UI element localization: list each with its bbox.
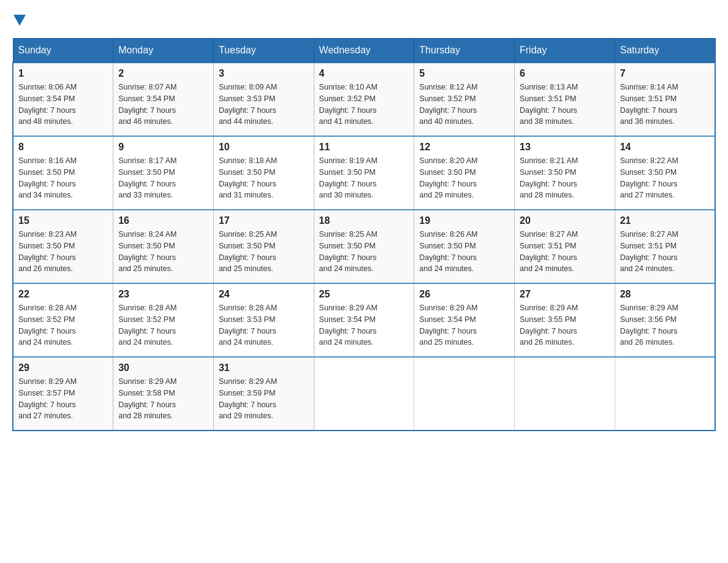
- day-number: 21: [620, 215, 710, 226]
- table-row: 5 Sunrise: 8:12 AM Sunset: 3:52 PM Dayli…: [414, 63, 515, 136]
- week-row-5: 29 Sunrise: 8:29 AM Sunset: 3:57 PM Dayl…: [13, 357, 715, 431]
- header-saturday: Saturday: [615, 39, 715, 63]
- table-row: 30 Sunrise: 8:29 AM Sunset: 3:58 PM Dayl…: [113, 357, 214, 431]
- day-info: Sunrise: 8:16 AM Sunset: 3:50 PM Dayligh…: [18, 155, 108, 201]
- day-number: 27: [520, 289, 610, 300]
- table-row: 19 Sunrise: 8:26 AM Sunset: 3:50 PM Dayl…: [414, 210, 515, 283]
- day-number: 28: [620, 289, 710, 300]
- day-info: Sunrise: 8:24 AM Sunset: 3:50 PM Dayligh…: [118, 229, 208, 275]
- day-number: 12: [419, 142, 509, 153]
- day-number: 3: [219, 68, 309, 79]
- day-number: 18: [319, 215, 409, 226]
- day-info: Sunrise: 8:29 AM Sunset: 3:56 PM Dayligh…: [620, 302, 710, 348]
- table-row: 2 Sunrise: 8:07 AM Sunset: 3:54 PM Dayli…: [113, 63, 214, 136]
- day-number: 16: [118, 215, 208, 226]
- day-info: Sunrise: 8:22 AM Sunset: 3:50 PM Dayligh…: [620, 155, 710, 201]
- day-info: Sunrise: 8:28 AM Sunset: 3:52 PM Dayligh…: [118, 302, 208, 348]
- table-row: 9 Sunrise: 8:17 AM Sunset: 3:50 PM Dayli…: [113, 136, 214, 210]
- table-row: 3 Sunrise: 8:09 AM Sunset: 3:53 PM Dayli…: [213, 63, 314, 136]
- table-row: 14 Sunrise: 8:22 AM Sunset: 3:50 PM Dayl…: [615, 136, 715, 210]
- table-row: 4 Sunrise: 8:10 AM Sunset: 3:52 PM Dayli…: [314, 63, 414, 136]
- header-sunday: Sunday: [13, 39, 113, 63]
- header-thursday: Thursday: [414, 39, 515, 63]
- table-row: 13 Sunrise: 8:21 AM Sunset: 3:50 PM Dayl…: [515, 136, 615, 210]
- week-row-1: 1 Sunrise: 8:06 AM Sunset: 3:54 PM Dayli…: [13, 63, 715, 136]
- day-info: Sunrise: 8:17 AM Sunset: 3:50 PM Dayligh…: [118, 155, 208, 201]
- day-number: 26: [419, 289, 509, 300]
- table-row: 12 Sunrise: 8:20 AM Sunset: 3:50 PM Dayl…: [414, 136, 515, 210]
- table-row: 8 Sunrise: 8:16 AM Sunset: 3:50 PM Dayli…: [13, 136, 113, 210]
- day-info: Sunrise: 8:06 AM Sunset: 3:54 PM Dayligh…: [18, 82, 108, 128]
- table-row: 18 Sunrise: 8:25 AM Sunset: 3:50 PM Dayl…: [314, 210, 414, 283]
- day-number: 13: [520, 142, 610, 153]
- table-row: 15 Sunrise: 8:23 AM Sunset: 3:50 PM Dayl…: [13, 210, 113, 283]
- header-wednesday: Wednesday: [314, 39, 414, 63]
- table-row: 29 Sunrise: 8:29 AM Sunset: 3:57 PM Dayl…: [13, 357, 113, 431]
- day-info: Sunrise: 8:29 AM Sunset: 3:55 PM Dayligh…: [520, 302, 610, 348]
- day-number: 23: [118, 289, 208, 300]
- day-info: Sunrise: 8:25 AM Sunset: 3:50 PM Dayligh…: [219, 229, 309, 275]
- day-number: 5: [419, 68, 509, 79]
- day-info: Sunrise: 8:21 AM Sunset: 3:50 PM Dayligh…: [520, 155, 610, 201]
- day-number: 25: [319, 289, 409, 300]
- day-info: Sunrise: 8:20 AM Sunset: 3:50 PM Dayligh…: [419, 155, 509, 201]
- table-row: [515, 357, 615, 431]
- day-info: Sunrise: 8:29 AM Sunset: 3:54 PM Dayligh…: [319, 302, 409, 348]
- table-row: 22 Sunrise: 8:28 AM Sunset: 3:52 PM Dayl…: [13, 283, 113, 357]
- day-number: 20: [520, 215, 610, 226]
- table-row: 20 Sunrise: 8:27 AM Sunset: 3:51 PM Dayl…: [515, 210, 615, 283]
- day-number: 11: [319, 142, 409, 153]
- day-info: Sunrise: 8:26 AM Sunset: 3:50 PM Dayligh…: [419, 229, 509, 275]
- day-number: 8: [18, 142, 108, 153]
- day-number: 1: [18, 68, 108, 79]
- day-info: Sunrise: 8:13 AM Sunset: 3:51 PM Dayligh…: [520, 82, 610, 128]
- day-info: Sunrise: 8:29 AM Sunset: 3:57 PM Dayligh…: [18, 376, 108, 422]
- table-row: 7 Sunrise: 8:14 AM Sunset: 3:51 PM Dayli…: [615, 63, 715, 136]
- day-number: 2: [118, 68, 208, 79]
- day-info: Sunrise: 8:28 AM Sunset: 3:53 PM Dayligh…: [219, 302, 309, 348]
- day-info: Sunrise: 8:18 AM Sunset: 3:50 PM Dayligh…: [219, 155, 309, 201]
- day-number: 7: [620, 68, 710, 79]
- table-row: 11 Sunrise: 8:19 AM Sunset: 3:50 PM Dayl…: [314, 136, 414, 210]
- week-row-2: 8 Sunrise: 8:16 AM Sunset: 3:50 PM Dayli…: [13, 136, 715, 210]
- day-info: Sunrise: 8:28 AM Sunset: 3:52 PM Dayligh…: [18, 302, 108, 348]
- day-number: 31: [219, 362, 309, 373]
- table-row: 10 Sunrise: 8:18 AM Sunset: 3:50 PM Dayl…: [213, 136, 314, 210]
- day-number: 30: [118, 362, 208, 373]
- table-row: 27 Sunrise: 8:29 AM Sunset: 3:55 PM Dayl…: [515, 283, 615, 357]
- table-row: [314, 357, 414, 431]
- calendar-table: SundayMondayTuesdayWednesdayThursdayFrid…: [12, 38, 716, 431]
- day-info: Sunrise: 8:10 AM Sunset: 3:52 PM Dayligh…: [319, 82, 409, 128]
- day-info: Sunrise: 8:23 AM Sunset: 3:50 PM Dayligh…: [18, 229, 108, 275]
- table-row: 25 Sunrise: 8:29 AM Sunset: 3:54 PM Dayl…: [314, 283, 414, 357]
- day-info: Sunrise: 8:09 AM Sunset: 3:53 PM Dayligh…: [219, 82, 309, 128]
- day-number: 17: [219, 215, 309, 226]
- day-number: 14: [620, 142, 710, 153]
- day-info: Sunrise: 8:29 AM Sunset: 3:58 PM Dayligh…: [118, 376, 208, 422]
- table-row: 17 Sunrise: 8:25 AM Sunset: 3:50 PM Dayl…: [213, 210, 314, 283]
- day-number: 29: [18, 362, 108, 373]
- table-row: 23 Sunrise: 8:28 AM Sunset: 3:52 PM Dayl…: [113, 283, 214, 357]
- header-friday: Friday: [515, 39, 615, 63]
- logo-triangle-icon: [13, 15, 26, 26]
- day-number: 9: [118, 142, 208, 153]
- header-monday: Monday: [113, 39, 214, 63]
- table-row: 16 Sunrise: 8:24 AM Sunset: 3:50 PM Dayl…: [113, 210, 214, 283]
- day-number: 4: [319, 68, 409, 79]
- day-number: 6: [520, 68, 610, 79]
- table-row: 31 Sunrise: 8:29 AM Sunset: 3:59 PM Dayl…: [213, 357, 314, 431]
- table-row: 24 Sunrise: 8:28 AM Sunset: 3:53 PM Dayl…: [213, 283, 314, 357]
- table-row: 6 Sunrise: 8:13 AM Sunset: 3:51 PM Dayli…: [515, 63, 615, 136]
- day-info: Sunrise: 8:19 AM Sunset: 3:50 PM Dayligh…: [319, 155, 409, 201]
- table-row: 26 Sunrise: 8:29 AM Sunset: 3:54 PM Dayl…: [414, 283, 515, 357]
- logo: [12, 12, 26, 26]
- table-row: 21 Sunrise: 8:27 AM Sunset: 3:51 PM Dayl…: [615, 210, 715, 283]
- day-number: 15: [18, 215, 108, 226]
- day-info: Sunrise: 8:25 AM Sunset: 3:50 PM Dayligh…: [319, 229, 409, 275]
- table-row: 1 Sunrise: 8:06 AM Sunset: 3:54 PM Dayli…: [13, 63, 113, 136]
- day-number: 24: [219, 289, 309, 300]
- table-row: [414, 357, 515, 431]
- day-info: Sunrise: 8:07 AM Sunset: 3:54 PM Dayligh…: [118, 82, 208, 128]
- day-info: Sunrise: 8:14 AM Sunset: 3:51 PM Dayligh…: [620, 82, 710, 128]
- day-info: Sunrise: 8:27 AM Sunset: 3:51 PM Dayligh…: [620, 229, 710, 275]
